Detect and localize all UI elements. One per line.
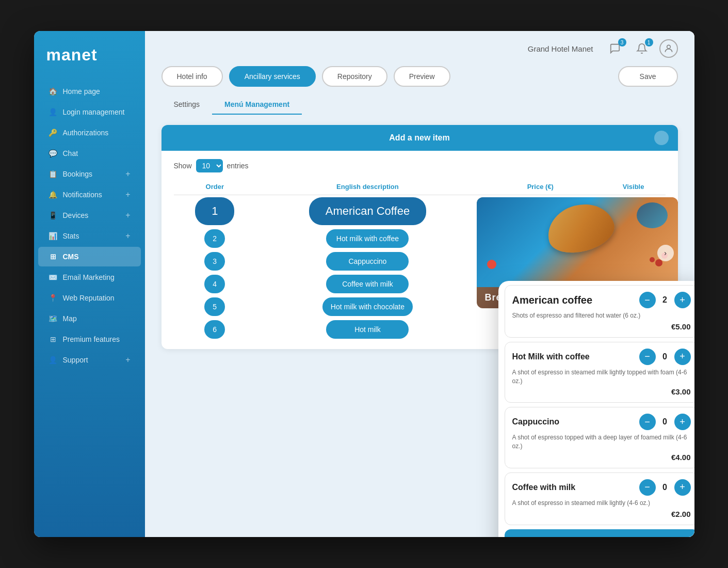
sidebar-plus-devices[interactable]: +: [125, 211, 130, 220]
qty-number: 0: [661, 483, 669, 492]
desc-pill[interactable]: American Coffee: [309, 197, 426, 225]
phone-content: American coffee − 2 + Shots of espresso …: [498, 285, 694, 525]
sidebar-item-webreputation[interactable]: 📍 Web Reputation: [38, 288, 141, 308]
sidebar-item-cms[interactable]: ⊞ CMS: [38, 247, 141, 266]
entries-label: entries: [227, 162, 249, 170]
phone-item-name: American coffee: [512, 294, 593, 306]
sidebar-item-notifications[interactable]: 🔔 Notifications +: [38, 185, 141, 204]
sidebar-item-map[interactable]: 🗺️ Map: [38, 309, 141, 328]
phone-item-desc: A shot of espresso in steamed milk light…: [512, 499, 691, 508]
desc-pill[interactable]: Hot milk with chocolate: [322, 297, 413, 316]
tab-repository[interactable]: Repository: [322, 66, 387, 87]
notifications-icon: 🔔: [48, 190, 58, 199]
sidebar-label-email: Email Marketing: [63, 273, 115, 281]
qty-plus[interactable]: +: [674, 349, 691, 365]
sidebar-label-home: Home page: [63, 87, 100, 96]
order-num[interactable]: 4: [204, 275, 225, 293]
notif-badge: 1: [645, 38, 653, 46]
qty-plus[interactable]: +: [674, 479, 691, 496]
phone-item-price: €3.00: [512, 387, 691, 396]
premium-icon: ⊞: [48, 335, 58, 344]
phone-item-hot-milk-coffee: Hot Milk with coffee − 0 + A shot of esp…: [505, 342, 694, 403]
phone-item-header: Cappuccino − 0 +: [512, 414, 691, 430]
qty-minus[interactable]: −: [639, 349, 656, 365]
sidebar-item-devices[interactable]: 📱 Devices +: [38, 206, 141, 225]
croissant-visual: [477, 197, 678, 287]
stats-icon: 📊: [48, 231, 58, 241]
add-item-bar[interactable]: Add a new item: [161, 125, 678, 151]
order-num[interactable]: 6: [204, 320, 225, 339]
sidebar-item-stats[interactable]: 📊 Stats +: [38, 226, 141, 246]
home-icon: 🏠: [48, 87, 58, 96]
desc-pill[interactable]: Hot milk with coffee: [326, 229, 409, 248]
phone-item-american-coffee: American coffee − 2 + Shots of espresso …: [505, 285, 694, 338]
col-description: English description: [256, 179, 479, 195]
phone-item-price: €2.00: [512, 510, 691, 518]
order-num[interactable]: 1: [195, 197, 234, 225]
berry-1: [655, 259, 662, 266]
notification-button[interactable]: 1: [633, 39, 651, 58]
sidebar-label-auth: Authorizations: [63, 129, 109, 137]
sub-tabs: Settings Menú Management: [161, 95, 678, 115]
col-price: Price (€): [479, 179, 602, 195]
sidebar-label-support: Support: [63, 356, 88, 364]
login-icon: 👤: [48, 107, 58, 117]
user-avatar[interactable]: [659, 39, 678, 58]
confirm-order-button[interactable]: CONFIRM ORDER: [505, 529, 694, 537]
header: Grand Hotel Manet 3 1: [145, 31, 694, 66]
qty-controls: − 0 +: [639, 414, 691, 430]
entries-select[interactable]: 10 25 50: [196, 159, 223, 172]
sidebar-label-devices: Devices: [63, 211, 89, 219]
col-visible: Visible: [602, 179, 666, 195]
phone-item-name: Cappuccino: [512, 417, 560, 427]
tab-menu-management[interactable]: Menú Management: [212, 95, 302, 115]
sidebar-plus-support[interactable]: +: [125, 355, 130, 365]
phone-item-header: Hot Milk with coffee − 0 +: [512, 349, 691, 365]
sidebar-plus-bookings[interactable]: +: [125, 169, 130, 179]
phone-item-price: €5.00: [512, 322, 691, 331]
sidebar-item-bookings[interactable]: 📋 Bookings +: [38, 164, 141, 184]
qty-minus[interactable]: −: [639, 292, 656, 308]
chat-icon: 💬: [48, 149, 58, 158]
svg-point-0: [667, 45, 670, 49]
tab-ancillary[interactable]: Ancillary services: [229, 66, 316, 87]
phone-item-price: €4.00: [512, 453, 691, 462]
desc-pill[interactable]: Hot milk: [326, 320, 409, 339]
qty-minus[interactable]: −: [639, 414, 656, 430]
order-num[interactable]: 2: [204, 229, 225, 248]
sidebar-label-stats: Stats: [63, 232, 79, 240]
support-icon: 👤: [48, 355, 58, 365]
show-entries: Show 10 25 50 entries: [174, 159, 666, 172]
qty-plus[interactable]: +: [674, 292, 691, 308]
sidebar-item-home[interactable]: 🏠 Home page: [38, 82, 141, 101]
carousel-next[interactable]: ›: [657, 245, 674, 261]
sidebar-item-auth[interactable]: 🔑 Authorizations: [38, 123, 141, 143]
tab-preview[interactable]: Preview: [394, 66, 450, 87]
sidebar: manet 🏠 Home page 👤 Login management 🔑 A…: [34, 31, 145, 537]
qty-number: 2: [661, 295, 669, 305]
phone-item-coffee-milk: Coffee with milk − 0 + A shot of espress…: [505, 472, 694, 525]
sidebar-item-premium[interactable]: ⊞ Premium features: [38, 329, 141, 349]
sidebar-item-login[interactable]: 👤 Login management: [38, 102, 141, 122]
sidebar-item-chat[interactable]: 💬 Chat: [38, 144, 141, 163]
top-tabs: Hotel info Ancillary services Repository…: [145, 66, 694, 95]
sidebar-plus-notifications[interactable]: +: [125, 190, 130, 199]
order-num[interactable]: 3: [204, 252, 225, 271]
qty-plus[interactable]: +: [674, 414, 691, 430]
save-button[interactable]: Save: [618, 66, 678, 87]
tab-settings[interactable]: Settings: [161, 95, 213, 115]
tab-hotel-info[interactable]: Hotel info: [161, 66, 223, 87]
desc-pill[interactable]: Cappuccino: [326, 252, 409, 271]
chat-button[interactable]: 3: [606, 39, 624, 58]
hotel-name: Grand Hotel Manet: [528, 44, 593, 53]
qty-controls: − 0 +: [639, 349, 691, 365]
sidebar-item-support[interactable]: 👤 Support +: [38, 350, 141, 370]
qty-minus[interactable]: −: [639, 479, 656, 496]
sidebar-item-email[interactable]: ✉️ Email Marketing: [38, 267, 141, 287]
chat-badge: 3: [618, 38, 626, 46]
desc-pill[interactable]: Coffee with milk: [326, 275, 409, 293]
order-num[interactable]: 5: [204, 297, 225, 316]
sidebar-nav: 🏠 Home page 👤 Login management 🔑 Authori…: [34, 77, 145, 374]
auth-icon: 🔑: [48, 128, 58, 137]
sidebar-plus-stats[interactable]: +: [125, 231, 130, 241]
